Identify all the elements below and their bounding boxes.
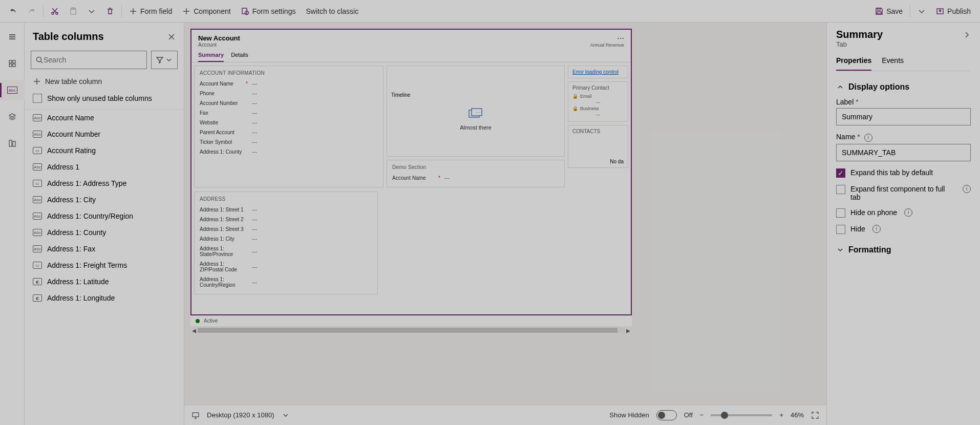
chevron-down-icon[interactable]: [282, 411, 290, 419]
column-list[interactable]: AbcAccount NameAbcAccount Number▭Account…: [25, 109, 184, 425]
form-field[interactable]: Fax---: [200, 108, 378, 118]
column-label: Address 1: [47, 163, 79, 171]
ptab-events[interactable]: Events: [882, 53, 904, 71]
paste-button[interactable]: [64, 3, 82, 19]
contacts-label: CONTACTS: [572, 129, 624, 134]
column-label: Address 1: Latitude: [47, 278, 109, 286]
side-contacts[interactable]: CONTACTS No da: [568, 125, 628, 168]
column-item[interactable]: AbcAccount Name: [25, 110, 184, 126]
form-canvas[interactable]: New Account Account ⋯ Annual Revenue Sum…: [190, 29, 632, 315]
save-label: Save: [886, 7, 903, 15]
column-item[interactable]: AbcAccount Number: [25, 126, 184, 142]
components-rail-button[interactable]: [0, 53, 25, 74]
form-field[interactable]: Address 1: Street 2---: [200, 215, 372, 224]
form-libraries-rail-button[interactable]: [0, 133, 25, 154]
cut-button[interactable]: [46, 3, 64, 19]
publish-button[interactable]: Publish: [931, 3, 976, 19]
form-settings-button[interactable]: Form settings: [236, 3, 301, 19]
form-field[interactable]: Address 1: ZIP/Postal Code---: [200, 259, 372, 274]
svg-rect-6: [877, 12, 881, 14]
property-title: Summary: [836, 29, 883, 40]
section-account-information[interactable]: ACCOUNT INFORMATION Account Name*---Phon…: [194, 66, 384, 187]
form-field[interactable]: Address 1: State/Province---: [200, 244, 372, 259]
group-display-options[interactable]: Display options: [836, 82, 971, 92]
side-error-box[interactable]: Error loading control: [568, 66, 628, 78]
column-item[interactable]: ◐Address 1: Latitude: [25, 273, 184, 290]
paste-dropdown[interactable]: [82, 3, 101, 19]
svg-rect-9: [9, 60, 12, 63]
form-field[interactable]: Address 1: County---: [200, 147, 378, 157]
form-settings-label: Form settings: [252, 7, 296, 15]
form-field[interactable]: Address 1: City---: [200, 234, 372, 244]
viewport-label[interactable]: Desktop (1920 x 1080): [207, 411, 274, 419]
save-dropdown[interactable]: [912, 3, 931, 19]
redo-button[interactable]: [23, 3, 41, 19]
zoom-out-button[interactable]: −: [700, 411, 704, 419]
form-field[interactable]: Account Number---: [200, 98, 378, 108]
form-field[interactable]: Address 1: Street 1---: [200, 205, 372, 215]
tab-details[interactable]: Details: [231, 50, 248, 62]
column-item[interactable]: AbcAddress 1: City: [25, 192, 184, 208]
error-link[interactable]: Error loading control: [572, 69, 619, 75]
column-item[interactable]: AbcAddress 1: County: [25, 224, 184, 241]
expand-default-checkbox[interactable]: ✓: [836, 168, 845, 178]
column-item[interactable]: AbcAddress 1: Fax: [25, 241, 184, 257]
form-field[interactable]: Address 1: Street 3---: [200, 224, 372, 234]
side-primary-contact[interactable]: Primary Contact 🔒Email --- 🔒Business ---: [568, 81, 628, 122]
form-field[interactable]: Address 1: Country/Region---: [200, 274, 372, 290]
hide-checkbox[interactable]: [836, 225, 845, 234]
info-icon[interactable]: i: [963, 185, 971, 193]
info-icon[interactable]: i: [904, 208, 912, 217]
info-icon[interactable]: i: [864, 134, 872, 142]
save-button[interactable]: Save: [870, 3, 908, 19]
add-component-button[interactable]: Component: [177, 3, 236, 19]
form-field[interactable]: Parent Account---: [200, 128, 378, 137]
zoom-slider[interactable]: [711, 414, 772, 416]
show-hidden-toggle[interactable]: [656, 410, 677, 420]
hide-phone-checkbox[interactable]: [836, 208, 845, 218]
tab-summary[interactable]: Summary: [198, 50, 224, 62]
timeline-icon: ⋯: [468, 108, 483, 119]
form-field[interactable]: Account Name*---: [392, 173, 559, 183]
group-formatting[interactable]: Formatting: [836, 245, 971, 254]
label-field-label: Label: [836, 98, 854, 106]
add-form-field-button[interactable]: Form field: [124, 3, 177, 19]
show-hidden-label: Show Hidden: [609, 411, 649, 419]
fit-icon[interactable]: [811, 411, 819, 419]
column-item[interactable]: ◐Address 1: Longitude: [25, 290, 184, 306]
expand-first-checkbox[interactable]: [836, 185, 845, 194]
hide-phone-label: Hide on phone: [850, 208, 897, 217]
label-input[interactable]: [836, 108, 971, 125]
tree-rail-button[interactable]: [0, 107, 25, 127]
form-field[interactable]: Website---: [200, 118, 378, 128]
form-field[interactable]: Ticker Symbol---: [200, 137, 378, 147]
switch-classic-button[interactable]: Switch to classic: [301, 3, 364, 19]
filter-button[interactable]: [151, 51, 178, 69]
section-demo[interactable]: Demo Section Account Name*---: [387, 160, 565, 187]
column-item[interactable]: ▭Address 1: Address Type: [25, 175, 184, 192]
column-item[interactable]: ▭Account Rating: [25, 142, 184, 159]
zoom-in-button[interactable]: +: [779, 411, 783, 419]
type-icon: Abc: [33, 114, 42, 121]
section-address[interactable]: ADDRESS Address 1: Street 1---Address 1:…: [194, 192, 378, 294]
info-icon[interactable]: i: [872, 225, 881, 233]
horizontal-scrollbar[interactable]: ◂ ▸: [190, 326, 632, 334]
form-field[interactable]: Phone---: [200, 89, 378, 98]
close-icon[interactable]: [167, 33, 176, 41]
column-item[interactable]: AbcAddress 1: [25, 159, 184, 175]
search-input[interactable]: [44, 56, 142, 64]
undo-button[interactable]: [4, 3, 23, 19]
new-table-column-button[interactable]: New table column: [25, 73, 184, 90]
delete-button[interactable]: [101, 3, 119, 19]
name-input[interactable]: [836, 144, 971, 161]
search-input-wrapper[interactable]: [31, 51, 147, 69]
form-field[interactable]: Account Name*---: [200, 79, 378, 89]
columns-rail-button[interactable]: Abc: [0, 80, 25, 100]
chevron-right-icon[interactable]: [963, 31, 971, 39]
ptab-properties[interactable]: Properties: [836, 53, 871, 71]
section-timeline[interactable]: Timeline ⋯ Almost there: [387, 66, 565, 157]
column-item[interactable]: AbcAddress 1: Country/Region: [25, 208, 184, 224]
hamburger-button[interactable]: [0, 27, 25, 47]
column-item[interactable]: ▭Address 1: Freight Terms: [25, 257, 184, 273]
show-unused-checkbox[interactable]: [33, 94, 42, 103]
